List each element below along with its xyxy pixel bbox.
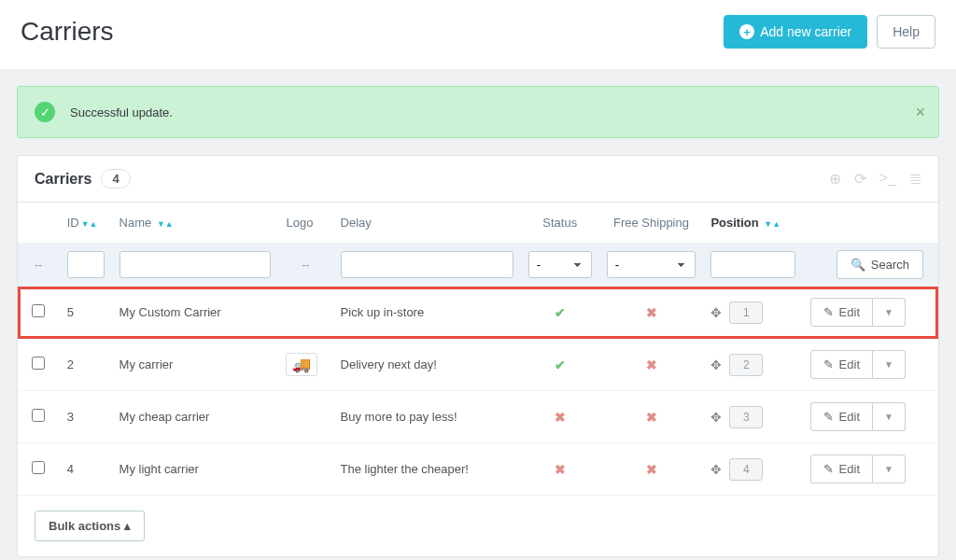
row-name: My Custom Carrier	[112, 287, 279, 339]
filter-delay-input[interactable]	[341, 251, 513, 278]
cross-icon[interactable]: ✖	[555, 462, 566, 477]
filter-status-select[interactable]: -	[528, 251, 592, 278]
row-name: My cheap carrier	[112, 391, 279, 443]
drag-handle-icon[interactable]: ✥	[710, 305, 722, 320]
database-icon[interactable]: ≣	[909, 170, 921, 188]
pencil-icon: ✎	[823, 305, 834, 319]
col-position[interactable]: Position ▼▲	[703, 203, 802, 243]
col-status: Status	[521, 203, 599, 243]
cross-icon[interactable]: ✖	[646, 410, 657, 425]
row-id: 4	[60, 443, 112, 496]
edit-button[interactable]: ✎Edit	[810, 298, 873, 327]
row-actions-dropdown[interactable]: ▼	[873, 455, 906, 483]
row-actions-dropdown[interactable]: ▼	[873, 298, 906, 327]
carriers-table: ID▼▲ Name ▼▲ Logo Delay Status Free Ship…	[18, 203, 938, 495]
row-delay: Delivery next day!	[333, 339, 521, 391]
row-delay: Pick up in-store	[333, 287, 521, 339]
edit-button[interactable]: ✎Edit	[810, 455, 873, 483]
count-badge: 4	[101, 169, 130, 189]
position-input[interactable]	[729, 406, 763, 428]
search-button[interactable]: 🔍Search	[836, 250, 923, 279]
alert-close-button[interactable]: ×	[915, 103, 925, 122]
row-id: 5	[60, 287, 112, 339]
row-id: 3	[60, 391, 112, 443]
col-name[interactable]: Name ▼▲	[112, 203, 279, 243]
col-id[interactable]: ID▼▲	[60, 203, 112, 243]
row-id: 2	[60, 339, 112, 391]
add-carrier-button[interactable]: + Add new carrier	[724, 15, 867, 49]
truck-icon: 🚚	[286, 353, 317, 376]
filter-name-input[interactable]	[120, 251, 272, 278]
table-row[interactable]: 3My cheap carrierBuy more to pay less!✖✖…	[18, 391, 938, 443]
drag-handle-icon[interactable]: ✥	[710, 462, 722, 477]
position-input[interactable]	[729, 458, 763, 481]
edit-button[interactable]: ✎Edit	[810, 350, 873, 379]
bulk-actions-button[interactable]: Bulk actions ▴	[35, 511, 145, 541]
filter-dash: --	[302, 258, 310, 272]
row-checkbox[interactable]	[32, 304, 45, 317]
col-delay: Delay	[333, 203, 521, 243]
search-icon: 🔍	[851, 258, 865, 272]
row-checkbox[interactable]	[32, 461, 45, 474]
check-circle-icon: ✓	[35, 102, 55, 122]
page-title: Carriers	[21, 17, 114, 47]
panel-title: Carriers	[35, 171, 91, 188]
alert-message: Successful update.	[70, 105, 173, 119]
drag-handle-icon[interactable]: ✥	[710, 410, 722, 425]
cross-icon[interactable]: ✖	[555, 410, 566, 425]
row-name: My carrier	[112, 339, 279, 391]
check-icon[interactable]: ✔	[555, 305, 566, 320]
row-delay: Buy more to pay less!	[333, 391, 521, 443]
carriers-panel: Carriers 4 ⊕ ⟳ >_ ≣ ID▼▲ Name ▼▲ Logo De…	[17, 155, 939, 557]
drag-handle-icon[interactable]: ✥	[710, 357, 722, 372]
row-checkbox[interactable]	[32, 357, 45, 370]
filter-row: -- -- - - 🔍Search	[18, 243, 938, 287]
filter-free-select[interactable]: -	[607, 251, 696, 278]
edit-button[interactable]: ✎Edit	[810, 402, 873, 431]
row-actions-dropdown[interactable]: ▼	[873, 402, 906, 431]
cross-icon[interactable]: ✖	[646, 462, 657, 477]
pencil-icon: ✎	[823, 357, 834, 371]
position-input[interactable]	[729, 354, 763, 376]
row-delay: The lighter the cheaper!	[333, 443, 521, 496]
refresh-icon[interactable]: ⟳	[854, 170, 866, 188]
row-name: My light carrier	[112, 443, 279, 496]
pencil-icon: ✎	[823, 462, 834, 476]
check-icon[interactable]: ✔	[555, 357, 566, 372]
cross-icon[interactable]: ✖	[646, 305, 657, 320]
position-input[interactable]	[729, 301, 763, 324]
plus-circle-icon: +	[739, 24, 754, 39]
row-checkbox[interactable]	[32, 409, 45, 422]
table-row[interactable]: 2My carrier🚚Delivery next day!✔✖✥✎Edit▼	[18, 339, 938, 391]
add-icon[interactable]: ⊕	[829, 170, 841, 188]
help-button[interactable]: Help	[877, 15, 935, 49]
filter-dash: --	[35, 258, 43, 272]
cross-icon[interactable]: ✖	[646, 357, 657, 372]
alert-success: ✓ Successful update. ×	[17, 86, 939, 138]
row-actions-dropdown[interactable]: ▼	[873, 350, 906, 379]
table-row[interactable]: 5My Custom CarrierPick up in-store✔✖✥✎Ed…	[18, 287, 938, 339]
pencil-icon: ✎	[823, 410, 834, 424]
filter-position-input[interactable]	[710, 251, 794, 278]
col-logo: Logo	[278, 203, 332, 243]
filter-id-input[interactable]	[67, 251, 105, 278]
terminal-icon[interactable]: >_	[879, 170, 896, 188]
table-row[interactable]: 4My light carrierThe lighter the cheaper…	[18, 443, 938, 496]
col-free: Free Shipping	[599, 203, 704, 243]
add-carrier-label: Add new carrier	[760, 24, 851, 39]
